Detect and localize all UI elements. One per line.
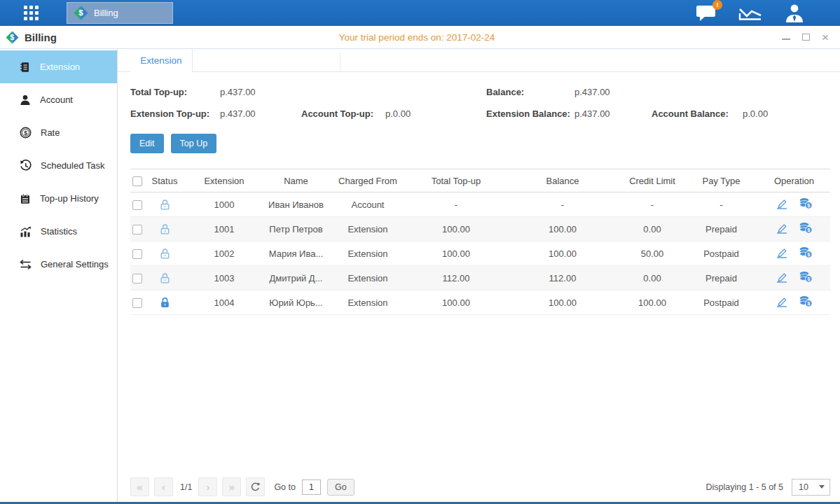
reports-chart-icon[interactable] — [738, 4, 763, 22]
col-name: Name — [263, 169, 329, 192]
top-up-row-icon[interactable]: $ — [799, 271, 813, 283]
goto-page-input[interactable] — [302, 479, 321, 495]
edit-button[interactable]: Edit — [130, 134, 164, 153]
sidebar-item-account[interactable]: Account — [0, 83, 117, 116]
cell-credit-limit: 0.00 — [620, 217, 684, 241]
minimize-button[interactable] — [782, 34, 790, 40]
taskbar-icons: ! — [696, 4, 805, 22]
top-up-button[interactable]: Top Up — [171, 134, 217, 153]
col-operation: Operation — [758, 169, 830, 192]
table-row[interactable]: 1004 Юрий Юрь... Extension 100.00 100.00… — [130, 290, 830, 315]
notification-badge: ! — [712, 0, 722, 10]
row-checkbox[interactable] — [132, 298, 142, 308]
status-lock-icon[interactable] — [159, 297, 171, 309]
top-up-row-icon[interactable]: $ — [799, 197, 813, 209]
person-icon — [20, 94, 31, 106]
top-up-row-icon[interactable]: $ — [799, 295, 813, 307]
refresh-icon — [250, 482, 261, 492]
sidebar-item-topup-history[interactable]: Top-up History — [0, 182, 117, 215]
edit-row-icon[interactable] — [776, 272, 788, 283]
next-page-button[interactable]: › — [198, 477, 217, 496]
extension-balance-label: Extension Balance: — [486, 108, 574, 119]
sidebar-item-label: Top-up History — [40, 193, 99, 204]
prev-page-button[interactable]: ‹ — [154, 477, 173, 496]
refresh-button[interactable] — [246, 477, 265, 496]
account-balance-label: Account Balance: — [652, 108, 743, 119]
taskbar-tab-billing[interactable]: $ Billing — [67, 2, 173, 24]
top-up-row-icon[interactable]: $ — [799, 246, 813, 258]
sidebar-item-label: Rate — [41, 127, 60, 138]
page-size-value: 10 — [799, 482, 808, 492]
row-checkbox[interactable] — [132, 249, 142, 259]
window-titlebar: $ Billing Your trial period ends on: 201… — [0, 26, 840, 49]
status-lock-icon[interactable] — [159, 223, 171, 235]
goto-label: Go to — [274, 482, 296, 492]
taskbar: $ Billing ! — [0, 0, 840, 26]
cell-total-topup: - — [407, 192, 505, 217]
notifications-icon[interactable]: ! — [696, 4, 717, 22]
go-button[interactable]: Go — [327, 479, 354, 496]
table-header-row: Status Extension Name Charged From Total… — [130, 169, 830, 192]
first-page-button[interactable]: « — [130, 477, 149, 496]
table-row[interactable]: 1003 Дмитрий Д... Extension 112.00 112.0… — [130, 266, 830, 290]
cell-name: Иван Иванов — [263, 192, 329, 217]
user-account-icon[interactable] — [784, 4, 805, 22]
cell-name: Мария Ива... — [263, 241, 329, 266]
col-total-topup: Total Top-up — [407, 169, 505, 192]
page-size-select[interactable]: 10 — [792, 479, 830, 496]
edit-row-icon[interactable] — [776, 198, 788, 209]
notepad-icon — [20, 193, 31, 204]
clock-icon — [20, 160, 32, 172]
svg-text:$: $ — [78, 8, 83, 17]
col-credit-limit: Credit Limit — [620, 169, 684, 192]
row-checkbox[interactable] — [132, 274, 142, 284]
sidebar-item-scheduled-task[interactable]: Scheduled Task — [0, 149, 117, 182]
cell-pay-type: Postpaid — [684, 241, 758, 266]
table-row[interactable]: 1000 Иван Иванов Account - - - - $ — [130, 192, 830, 217]
cell-extension: 1001 — [185, 217, 263, 241]
billing-app-icon: $ — [74, 6, 88, 20]
cell-total-topup: 100.00 — [407, 217, 505, 241]
main-content: Extension Total Top-up: p.437.00 Balance… — [118, 49, 840, 502]
cell-credit-limit: 0.00 — [620, 266, 684, 290]
edit-row-icon[interactable] — [776, 223, 788, 234]
close-button[interactable]: × — [822, 31, 829, 43]
table-row[interactable]: 1002 Мария Ива... Extension 100.00 100.0… — [130, 241, 830, 266]
tab-extension[interactable]: Extension — [130, 49, 193, 72]
table-row[interactable]: 1001 Петр Петров Extension 100.00 100.00… — [130, 217, 830, 241]
status-lock-icon[interactable] — [159, 272, 171, 284]
sidebar-item-label: Scheduled Task — [41, 160, 105, 171]
status-lock-icon[interactable] — [159, 199, 171, 211]
sidebar-item-extension[interactable]: Extension — [0, 50, 117, 83]
last-page-button[interactable]: » — [222, 477, 241, 496]
arrows-icon — [20, 259, 32, 270]
sidebar-item-general-settings[interactable]: General Settings — [0, 248, 117, 281]
maximize-button[interactable] — [802, 34, 810, 41]
tab-strip-divider — [340, 52, 340, 71]
cell-balance: 100.00 — [505, 217, 620, 241]
apps-grid-icon[interactable] — [24, 6, 39, 20]
sidebar-item-rate[interactable]: $ Rate — [0, 116, 117, 149]
extension-balance-value: p.437.00 — [574, 108, 652, 119]
row-checkbox[interactable] — [132, 200, 142, 210]
pagination-bar: « ‹ 1/1 › » Go to Go Displaying 1 - 5 of… — [130, 477, 830, 496]
cell-balance: 100.00 — [505, 241, 620, 266]
cell-charged-from: Extension — [329, 290, 407, 315]
tab-strip: Extension — [118, 49, 840, 72]
extension-table: Status Extension Name Charged From Total… — [130, 169, 830, 315]
trial-notice: Your trial period ends on: 2017-02-24 — [339, 32, 495, 43]
cell-total-topup: 100.00 — [407, 290, 505, 315]
chevron-down-icon — [819, 485, 825, 489]
cell-charged-from: Extension — [329, 217, 407, 241]
cell-charged-from: Extension — [329, 266, 407, 290]
edit-row-icon[interactable] — [776, 296, 788, 307]
ledger-icon — [20, 62, 31, 73]
row-checkbox[interactable] — [132, 225, 142, 234]
sidebar-item-statistics[interactable]: Statistics — [0, 215, 117, 248]
page-indicator: 1/1 — [180, 482, 192, 492]
select-all-checkbox[interactable] — [132, 176, 142, 186]
edit-row-icon[interactable] — [776, 247, 788, 258]
status-lock-icon[interactable] — [159, 248, 171, 260]
account-balance-value: p.0.00 — [743, 108, 768, 119]
top-up-row-icon[interactable]: $ — [799, 222, 813, 234]
